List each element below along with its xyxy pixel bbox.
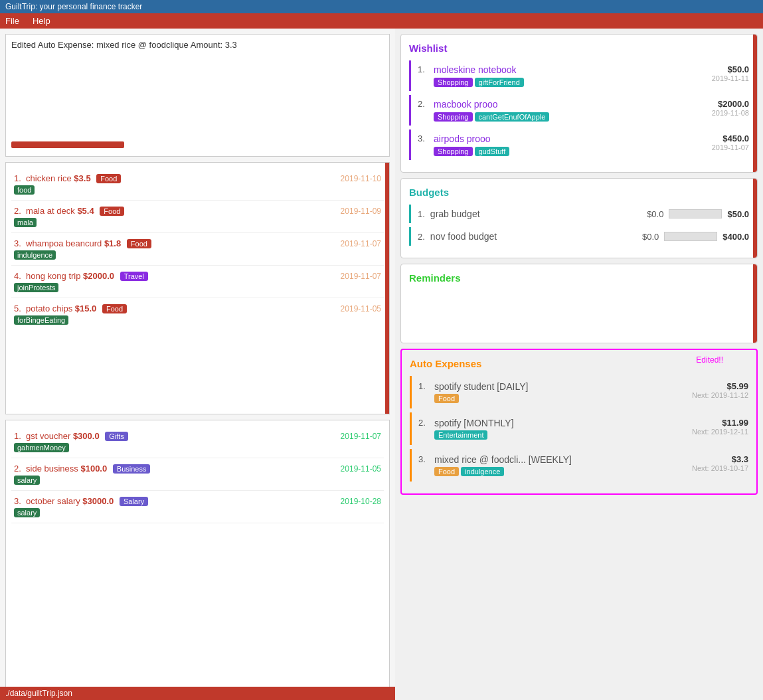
auto-amount: $3.3: [699, 454, 748, 464]
reminders-title: Reminders: [409, 272, 749, 284]
filepath-text: ./data/guiltTrip.json: [5, 689, 72, 695]
category-badge: Food: [96, 174, 121, 183]
budget-name: nov food budget: [430, 231, 642, 242]
reminders-section: Reminders: [400, 264, 758, 343]
wishlist-amount: $450.0: [712, 133, 749, 143]
auto-tags: Foodindulgence: [434, 465, 692, 476]
income-item[interactable]: 3. october salary $3000.0 Salary2019-10-…: [11, 491, 384, 523]
menu-file[interactable]: File: [5, 16, 19, 26]
auto-amount: $5.99: [699, 381, 748, 391]
expense-num: 1. chicken rice $3.5: [14, 173, 91, 183]
auto-num: 1.: [418, 381, 429, 391]
auto-tag: Entertainment: [434, 430, 487, 440]
wishlist-item[interactable]: 1. moleskine notebook ShoppinggiftForFri…: [409, 60, 749, 91]
wishlist-tag: Shopping: [434, 78, 473, 87]
budget-name: grab budget: [430, 209, 647, 219]
income-item[interactable]: 1. gst voucher $300.0 Gifts2019-11-07gah…: [11, 426, 384, 458]
budgets-title: Budgets: [409, 187, 749, 198]
income-category-badge: Salary: [120, 497, 148, 506]
expenses-section: 1. chicken rice $3.5 Food2019-11-10food2…: [5, 162, 390, 414]
wishlist-date: 2019-11-11: [712, 74, 749, 82]
log-area: Edited Auto Expense: mixed rice @ foodcl…: [5, 34, 390, 157]
expense-num: 5. potato chips $15.0: [14, 304, 96, 313]
expense-num: 2. mala at deck $5.4: [14, 206, 94, 216]
expense-item[interactable]: 5. potato chips $15.0 Food2019-11-05forB…: [11, 298, 384, 330]
wishlist-tag: gudStuff: [475, 147, 510, 156]
expense-tag: mala: [14, 218, 37, 227]
auto-tag: indulgence: [461, 467, 504, 476]
auto-expense-item[interactable]: 3. mixed rice @ foodcli... [WEEKLY] Food…: [410, 449, 748, 481]
income-tag: salary: [14, 508, 40, 517]
expense-item[interactable]: 4. hong kong trip $2000.0 Travel2019-11-…: [11, 266, 384, 298]
left-panel: Edited Auto Expense: mixed rice @ foodcl…: [0, 29, 395, 695]
category-badge: Food: [102, 304, 127, 313]
wishlist-num: 2.: [418, 99, 428, 109]
budget-item: 2. nov food budget $0.0 $400.0: [409, 227, 749, 246]
auto-expense-items: 1. spotify student [DAILY] Food $5.99 Ne…: [410, 376, 748, 481]
expense-item[interactable]: 1. chicken rice $3.5 Food2019-11-10food: [11, 168, 384, 201]
expense-date: 2019-11-09: [341, 207, 381, 216]
auto-name: spotify student [DAILY]: [434, 381, 692, 392]
auto-expense-item[interactable]: 2. spotify [MONTHLY] Entertainment $11.9…: [410, 412, 748, 445]
wishlist-name: macbook prooo: [434, 99, 712, 110]
title-text: GuiltTrip: your personal finance tracker: [5, 2, 142, 11]
wishlist-tags: ShoppinggiftForFriend: [434, 77, 712, 87]
wishlist-tag: Shopping: [434, 112, 473, 122]
expense-tag: indulgence: [14, 250, 56, 260]
expense-tag: food: [14, 185, 35, 195]
auto-amount: $11.99: [699, 418, 748, 428]
category-badge: Food: [100, 207, 124, 216]
auto-num: 2.: [418, 418, 429, 428]
expense-item[interactable]: 3. whampoa beancurd $1.8 Food2019-11-07i…: [11, 233, 384, 266]
progress-bar-container: [11, 141, 384, 148]
budget-bar-container: [664, 232, 717, 241]
budgets-section: Budgets 1. grab budget $0.0 $50.0 2. nov…: [400, 178, 758, 258]
income-num: 1. gst voucher $300.0: [14, 431, 100, 441]
wishlist-tags: ShoppingcantGetEnufOfApple: [434, 112, 712, 122]
expense-num: 3. whampoa beancurd $1.8: [14, 238, 121, 248]
auto-next: Next: 2019-12-11: [692, 428, 748, 436]
income-num: 2. side business $100.0: [14, 464, 107, 474]
income-item[interactable]: 2. side business $100.0 Business2019-11-…: [11, 458, 384, 491]
log-text: Edited Auto Expense: mixed rice @ foodcl…: [11, 40, 384, 50]
wishlist-date: 2019-11-08: [712, 109, 749, 117]
main-layout: Edited Auto Expense: mixed rice @ foodcl…: [0, 29, 763, 695]
category-badge: Travel: [120, 272, 148, 281]
wishlist-num: 1.: [418, 64, 428, 74]
income-section: 1. gst voucher $300.0 Gifts2019-11-07gah…: [5, 420, 390, 690]
wishlist-section: Wishlist 1. moleskine notebook Shoppingg…: [400, 34, 758, 173]
wishlist-items: 1. moleskine notebook ShoppinggiftForFri…: [409, 60, 749, 160]
wishlist-item[interactable]: 2. macbook prooo ShoppingcantGetEnufOfAp…: [409, 95, 749, 126]
menu-bar: File Help: [0, 13, 763, 29]
menu-help[interactable]: Help: [33, 16, 50, 26]
wishlist-title: Wishlist: [409, 43, 749, 54]
auto-expenses-section: Auto Expenses Edited!! 1. spotify studen…: [400, 349, 758, 495]
auto-tag: Food: [434, 394, 459, 403]
wishlist-name: airpods prooo: [434, 133, 712, 144]
wishlist-num: 3.: [418, 133, 428, 143]
wishlist-tag: giftForFriend: [475, 78, 524, 87]
income-num: 3. october salary $3000.0: [14, 496, 114, 506]
budget-bar-container: [669, 209, 722, 219]
budget-items: 1. grab budget $0.0 $50.0 2. nov food bu…: [409, 205, 749, 246]
auto-name: spotify [MONTHLY]: [434, 418, 692, 428]
auto-name: mixed rice @ foodcli... [WEEKLY]: [434, 454, 692, 465]
budget-total: $400.0: [722, 232, 749, 242]
auto-expense-item[interactable]: 1. spotify student [DAILY] Food $5.99 Ne…: [410, 376, 748, 408]
right-panel: Wishlist 1. moleskine notebook Shoppingg…: [395, 29, 763, 695]
wishlist-name: moleskine notebook: [434, 64, 712, 75]
wishlist-item[interactable]: 3. airpods prooo ShoppinggudStuff $450.0…: [409, 130, 749, 160]
income-tag: gahmenMoney: [14, 443, 69, 452]
wishlist-tag: cantGetEnufOfApple: [475, 112, 550, 122]
auto-tag: Food: [434, 467, 459, 476]
filepath-bar: ./data/guiltTrip.json: [0, 687, 395, 695]
expense-num: 4. hong kong trip $2000.0: [14, 271, 114, 281]
auto-num: 3.: [418, 454, 429, 464]
income-date: 2019-11-07: [341, 432, 381, 441]
category-badge: Food: [127, 239, 151, 248]
expense-date: 2019-11-07: [341, 239, 381, 248]
wishlist-amount: $2000.0: [712, 99, 749, 109]
budget-item: 1. grab budget $0.0 $50.0: [409, 205, 749, 223]
budget-spent: $0.0: [642, 232, 659, 242]
expense-item[interactable]: 2. mala at deck $5.4 Food2019-11-09mala: [11, 201, 384, 233]
